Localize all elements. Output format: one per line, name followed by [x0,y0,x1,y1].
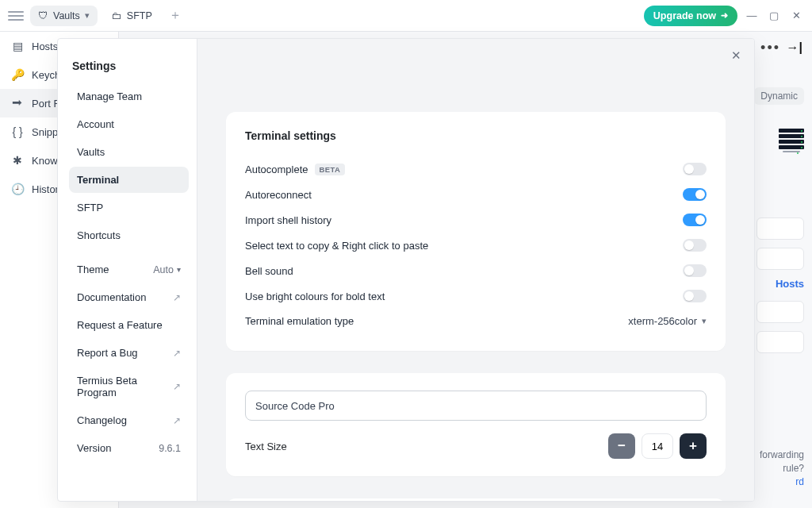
settings-nav-version: Version 9.6.1 [69,435,189,461]
folder-icon: 🗀 [112,10,122,21]
bg-field[interactable] [756,217,804,240]
menu-icon[interactable] [8,8,24,24]
card-title: Terminal settings [245,129,707,142]
autoreconnect-toggle[interactable] [683,188,707,201]
setting-row-import-history: Import shell history [245,207,707,233]
folder-tab[interactable]: 🗀 SFTP [104,6,160,26]
sidebar-item-label: Hosts [32,40,58,52]
settings-nav-theme[interactable]: Theme Auto▾ [69,256,189,283]
settings-nav-report-bug[interactable]: Report a Bug ↗ [69,340,189,366]
close-icon[interactable]: ✕ [731,48,741,63]
settings-nav-beta-program[interactable]: Termius Beta Program ↗ [69,368,189,406]
window-close-button[interactable]: ✕ [788,8,804,24]
hosts-link[interactable]: Hosts [776,278,804,290]
setting-row-autoreconnect: Autoreconnect [245,182,707,207]
setting-label: Bell sound [245,265,293,277]
window-minimize-button[interactable]: — [744,8,760,24]
external-link-icon: ↗ [173,348,181,359]
copy-paste-toggle[interactable] [683,239,707,252]
settings-nav-label: Shortcuts [77,229,121,241]
settings-nav-label: Vaults [77,146,105,158]
emulation-value: xterm-256color [628,315,697,327]
external-link-icon: ↗ [173,292,181,303]
terminal-settings-card: Terminal settings Autocomplete BETA Auto… [226,112,726,351]
braces-icon: { } [11,125,24,138]
settings-nav-changelog[interactable]: Changelog ↗ [69,407,189,433]
bg-field[interactable] [756,248,804,270]
setting-label: Use bright colours for bold text [245,291,385,302]
settings-title: Settings [72,60,186,72]
text-size-stepper: − + [608,433,707,459]
settings-nav-label: Theme [77,264,109,275]
import-history-toggle[interactable] [683,214,707,226]
terminal-theme-card: Terminal theme [226,498,726,501]
settings-nav-label: Account [77,118,114,130]
theme-value: Auto [153,264,174,275]
arrow-right-icon: ➜ [721,10,728,21]
help-link[interactable]: rd [795,476,804,487]
chevron-down-icon: ▾ [702,316,707,326]
font-family-input[interactable] [245,391,707,421]
settings-nav-manage-team[interactable]: Manage Team [69,83,189,110]
vaults-label: Vaults [53,10,80,21]
setting-label: Import shell history [245,214,331,226]
setting-row-emulation-type: Terminal emulation type xterm-256color ▾ [245,309,707,333]
chevron-down-icon: ▾ [85,10,90,21]
text-size-input[interactable] [642,433,673,459]
new-tab-button[interactable]: ＋ [167,7,184,25]
titlebar: 🛡 Vaults ▾ 🗀 SFTP ＋ Upgrade now ➜ — ▢ ✕ [0,0,812,32]
vaults-dropdown[interactable]: 🛡 Vaults ▾ [30,6,98,26]
hosts-icon: ▤ [11,40,24,52]
setting-row-copy-paste: Select text to copy & Right click to pas… [245,233,707,258]
settings-content: Terminal settings Autocomplete BETA Auto… [197,39,754,501]
clock-icon: 🕘 [11,183,24,195]
settings-nav-label: Changelog [77,414,127,426]
key-icon: 🔑 [11,68,24,81]
beta-badge: BETA [315,164,346,175]
settings-nav-label: Report a Bug [77,347,138,359]
text-size-increase-button[interactable]: + [680,433,707,459]
settings-nav-documentation[interactable]: Documentation ↗ [69,284,189,310]
settings-nav-label: SFTP [77,202,103,214]
setting-label: Terminal emulation type [245,315,354,327]
settings-nav-label: Documentation [77,291,146,303]
settings-nav-label: Manage Team [77,90,142,102]
setting-row-bell-sound: Bell sound [245,258,707,283]
settings-nav-sftp[interactable]: SFTP [69,194,189,221]
setting-row-autocomplete: Autocomplete BETA [245,156,707,182]
settings-nav-account[interactable]: Account [69,111,189,137]
chevron-down-icon: ▾ [177,265,181,274]
server-icon [779,129,804,154]
settings-nav-vaults[interactable]: Vaults [69,139,189,165]
autocomplete-toggle[interactable] [683,163,707,175]
settings-nav-label: Request a Feature [77,319,163,331]
upgrade-button[interactable]: Upgrade now ➜ [644,6,737,26]
forward-icon: ⮕ [11,97,24,110]
bg-field[interactable] [756,301,804,323]
bell-sound-toggle[interactable] [683,264,707,277]
text-size-label: Text Size [245,441,287,452]
vault-icon: 🛡 [38,10,48,21]
font-card: Text Size − + [226,373,726,476]
folder-tab-label: SFTP [127,10,152,21]
settings-nav-label: Version [77,442,111,454]
external-link-icon: ↗ [173,381,181,392]
text-size-decrease-button[interactable]: − [608,433,635,459]
emulation-select[interactable]: xterm-256color ▾ [628,315,707,327]
external-link-icon: ↗ [173,415,181,426]
bg-field[interactable] [756,331,804,353]
overflow-menu-icon[interactable]: ••• [760,40,780,56]
setting-row-bright-bold: Use bright colours for bold text [245,283,707,309]
settings-nav-terminal[interactable]: Terminal [69,167,189,193]
window-maximize-button[interactable]: ▢ [766,8,782,24]
bright-bold-toggle[interactable] [683,290,707,302]
exit-icon[interactable]: →| [787,40,802,55]
settings-nav-request-feature[interactable]: Request a Feature [69,312,189,338]
upgrade-label: Upgrade now [653,10,716,21]
globe-icon: ✱ [11,154,24,167]
settings-nav-shortcuts[interactable]: Shortcuts [69,222,189,248]
setting-label: Autoreconnect [245,189,312,201]
dynamic-chip[interactable]: Dynamic [754,87,804,105]
settings-nav-label: Terminal [77,174,119,186]
version-value: 9.6.1 [159,443,181,454]
